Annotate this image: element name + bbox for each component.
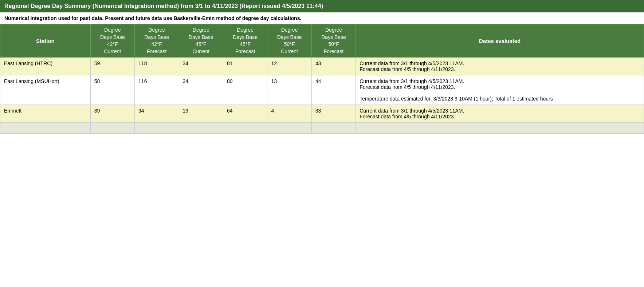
dd50-forecast-cell: 43 bbox=[311, 58, 356, 75]
dates-cell: Current data from 3/1 through 4/5/2023 1… bbox=[356, 105, 644, 123]
col5-header: Degree Days Base 50°F Current bbox=[267, 24, 311, 58]
dd45-forecast-cell: 64 bbox=[223, 105, 267, 123]
dd42-current-cell: 59 bbox=[90, 58, 134, 75]
dd42-current-cell: 39 bbox=[90, 105, 134, 123]
dd42-forecast-cell: 118 bbox=[135, 58, 179, 75]
dd50-current-cell: 12 bbox=[267, 58, 311, 75]
col2-header: Degree Days Base 42°F Forecast bbox=[135, 24, 179, 58]
dates-cell: Current data from 3/1 through 4/5/2023 1… bbox=[356, 58, 644, 75]
col3-header: Degree Days Base 45°F Current bbox=[179, 24, 223, 58]
table-row: East Lansing (HTRC)5911834811243Current … bbox=[0, 58, 644, 75]
dd45-current-cell: 34 bbox=[179, 58, 223, 75]
dd42-forecast-cell: 116 bbox=[135, 75, 179, 105]
dd42-forecast-cell: 94 bbox=[135, 105, 179, 123]
dates-header: Dates evaluated bbox=[356, 24, 644, 58]
station-cell: East Lansing (HTRC) bbox=[0, 58, 91, 75]
dd50-forecast-cell: 33 bbox=[311, 105, 356, 123]
table-row: East Lansing (MSUHort)5811634801344Curre… bbox=[0, 75, 644, 105]
station-cell: Emmett bbox=[0, 105, 91, 123]
col1-header: Degree Days Base 42°F Current bbox=[90, 24, 134, 58]
dates-cell: Current data from 3/1 through 4/5/2023 1… bbox=[356, 75, 644, 105]
dd45-current-cell: 34 bbox=[179, 75, 223, 105]
table-row: Emmett39941964433Current data from 3/1 t… bbox=[0, 105, 644, 123]
dd45-forecast-cell: 81 bbox=[223, 58, 267, 75]
dd45-forecast-cell: 80 bbox=[223, 75, 267, 105]
col6-header: Degree Days Base 50°F Forecast bbox=[311, 24, 356, 58]
dd50-current-cell: 4 bbox=[267, 105, 311, 123]
station-cell: East Lansing (MSUHort) bbox=[0, 75, 91, 105]
subtitle: Numerical integration used for past data… bbox=[0, 12, 644, 24]
empty-row bbox=[0, 123, 644, 134]
col4-header: Degree Days Base 45°F Forecast bbox=[223, 24, 267, 58]
dd50-forecast-cell: 44 bbox=[311, 75, 356, 105]
dd42-current-cell: 58 bbox=[90, 75, 134, 105]
dd45-current-cell: 19 bbox=[179, 105, 223, 123]
station-header: Station bbox=[0, 24, 91, 58]
page-title: Regional Degree Day Summary (Numerical I… bbox=[0, 0, 644, 12]
dd50-current-cell: 13 bbox=[267, 75, 311, 105]
